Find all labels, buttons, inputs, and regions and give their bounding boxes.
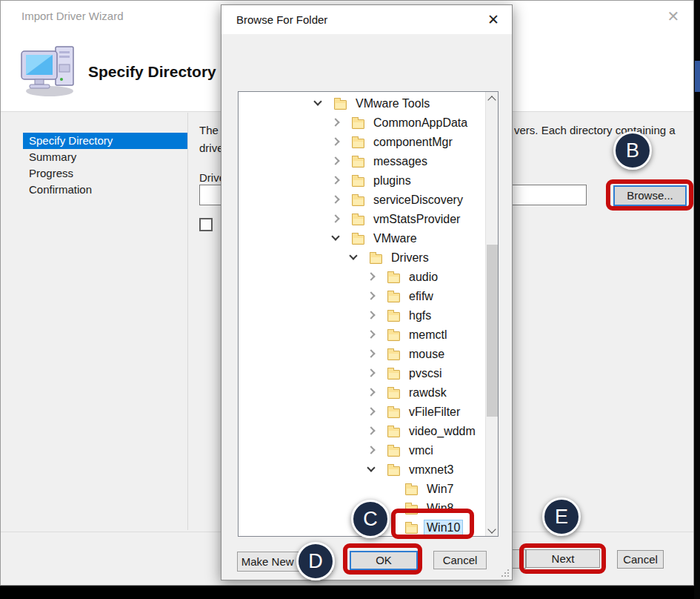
instruction-text-right-1: vers. Each directory containing a — [514, 124, 692, 136]
folder-icon — [334, 100, 347, 110]
callout-ok — [343, 543, 422, 575]
folder-icon — [387, 370, 400, 380]
tree-item-label: vFileFilter — [407, 405, 462, 420]
dialog-close-icon[interactable]: ✕ — [484, 10, 503, 30]
folder-icon — [387, 447, 400, 457]
folder-icon — [387, 466, 400, 476]
chevron-down-icon[interactable] — [331, 232, 339, 240]
tree-item-plugins[interactable]: plugins — [239, 171, 485, 191]
sidebar-item-summary[interactable]: Summary — [23, 149, 187, 165]
chevron-right-icon[interactable] — [367, 311, 375, 319]
chevron-right-icon[interactable] — [331, 156, 339, 165]
sidebar-item-specify-directory[interactable]: Specify Directory — [23, 133, 187, 149]
folder-icon — [352, 196, 364, 206]
folder-icon — [352, 119, 364, 129]
wizard-sidebar: Specify DirectorySummaryProgressConfirma… — [1, 113, 188, 530]
tree-item-label: audio — [407, 270, 440, 285]
folder-icon — [387, 351, 400, 360]
folder-icon — [405, 486, 418, 495]
folder-icon — [387, 428, 400, 437]
tree-item-vmware[interactable]: VMware — [239, 229, 485, 248]
tree-item-servicediscovery[interactable]: serviceDiscovery — [239, 191, 485, 210]
folder-icon — [387, 408, 400, 418]
tree-item-efifw[interactable]: efifw — [239, 287, 485, 306]
page-title: Specify Directory — [88, 63, 216, 81]
chevron-right-icon[interactable] — [367, 291, 375, 300]
chevron-right-icon[interactable] — [367, 368, 375, 377]
tree-item-win7[interactable]: Win7 — [239, 480, 485, 499]
tree-item-label: VMware Tools — [353, 96, 432, 111]
chevron-down-icon[interactable] — [367, 463, 375, 471]
folder-tree: VMware ToolsCommonAppDatacomponentMgrmes… — [238, 91, 499, 537]
tree-item-mouse[interactable]: mouse — [239, 345, 485, 364]
tree-item-label: componentMgr — [371, 135, 455, 150]
chevron-right-icon[interactable] — [331, 176, 339, 184]
tree-item-label: efifw — [407, 289, 436, 304]
callout-next — [519, 543, 606, 574]
window-title: Import Driver Wizard — [21, 10, 124, 22]
chevron-right-icon[interactable] — [367, 330, 375, 338]
screen: Import Driver Wizard ✕ Specify Directory… — [0, 0, 700, 599]
chevron-right-icon[interactable] — [367, 388, 375, 396]
folder-icon — [387, 331, 400, 341]
tree-item-drivers[interactable]: Drivers — [239, 248, 485, 268]
badge-d: D — [296, 542, 335, 580]
chevron-right-icon[interactable] — [331, 214, 339, 222]
tree-item-vmci[interactable]: vmci — [239, 441, 485, 460]
scroll-up-icon[interactable] — [486, 92, 499, 105]
import-duplicates-checkbox[interactable] — [199, 218, 213, 231]
tree-item-vfilefilter[interactable]: vFileFilter — [239, 403, 485, 422]
badge-c: C — [351, 500, 390, 538]
tree-item-vmware-tools[interactable]: VMware Tools — [239, 94, 485, 113]
chevron-right-icon[interactable] — [331, 195, 339, 203]
tree-item-label: mouse — [407, 347, 447, 362]
badge-b: B — [613, 131, 652, 170]
chevron-right-icon[interactable] — [331, 118, 339, 126]
scroll-down-icon[interactable] — [486, 523, 499, 536]
dialog-cancel-button[interactable]: Cancel — [433, 551, 487, 569]
chevron-right-icon[interactable] — [367, 349, 375, 357]
chevron-right-icon[interactable] — [367, 426, 375, 434]
folder-icon — [387, 389, 400, 399]
tree-scrollbar[interactable] — [485, 92, 498, 536]
tree-item-label: vmxnet3 — [407, 463, 456, 477]
chevron-right-icon[interactable] — [331, 137, 339, 145]
tree-item-label: video_wddm — [407, 424, 478, 439]
chevron-right-icon[interactable] — [367, 272, 375, 280]
chevron-right-icon[interactable] — [367, 446, 375, 454]
tree-item-pvscsi[interactable]: pvscsi — [239, 364, 485, 383]
wizard-cancel-button[interactable]: Cancel — [617, 550, 664, 569]
chevron-right-icon[interactable] — [367, 407, 375, 415]
chevron-down-icon[interactable] — [349, 251, 357, 259]
tree-item-rawdsk[interactable]: rawdsk — [239, 383, 485, 403]
tree-item-memctl[interactable]: memctl — [239, 325, 485, 345]
tree-item-label: Drivers — [389, 251, 431, 265]
tree-item-vmxnet3[interactable]: vmxnet3 — [239, 460, 485, 480]
callout-win10 — [391, 509, 474, 539]
scrollbar-thumb[interactable] — [487, 245, 498, 417]
tree-item-commonappdata[interactable]: CommonAppData — [239, 113, 485, 133]
folder-icon — [387, 293, 400, 302]
tree-item-label: memctl — [407, 328, 450, 342]
sidebar-list: Specify DirectorySummaryProgressConfirma… — [23, 133, 187, 198]
tree-item-hgfs[interactable]: hgfs — [239, 306, 485, 325]
browse-for-folder-dialog: Browse For Folder ✕ VMware ToolsCommonAp… — [221, 4, 513, 580]
tree-item-label: Win7 — [424, 482, 456, 497]
tree-item-componentmgr[interactable]: componentMgr — [239, 133, 485, 152]
close-icon[interactable]: ✕ — [664, 7, 683, 26]
tree-item-label: vmci — [407, 443, 436, 458]
dialog-titlebar[interactable]: Browse For Folder ✕ — [221, 5, 512, 34]
resize-grip[interactable] — [500, 568, 509, 577]
folder-icon — [387, 274, 400, 283]
sidebar-item-progress[interactable]: Progress — [23, 165, 187, 182]
tree-item-messages[interactable]: messages — [239, 152, 485, 171]
sidebar-item-confirmation[interactable]: Confirmation — [23, 182, 187, 198]
chevron-down-icon[interactable] — [313, 97, 321, 105]
background-window-sliver — [695, 61, 700, 92]
tree-item-video-wddm[interactable]: video_wddm — [239, 422, 485, 441]
tree-item-label: plugins — [371, 173, 413, 188]
tree-item-vmstatsprovider[interactable]: vmStatsProvider — [239, 210, 485, 229]
tree-items: VMware ToolsCommonAppDatacomponentMgrmes… — [239, 94, 485, 537]
tree-item-label: vmStatsProvider — [371, 212, 462, 227]
tree-item-audio[interactable]: audio — [239, 268, 485, 287]
